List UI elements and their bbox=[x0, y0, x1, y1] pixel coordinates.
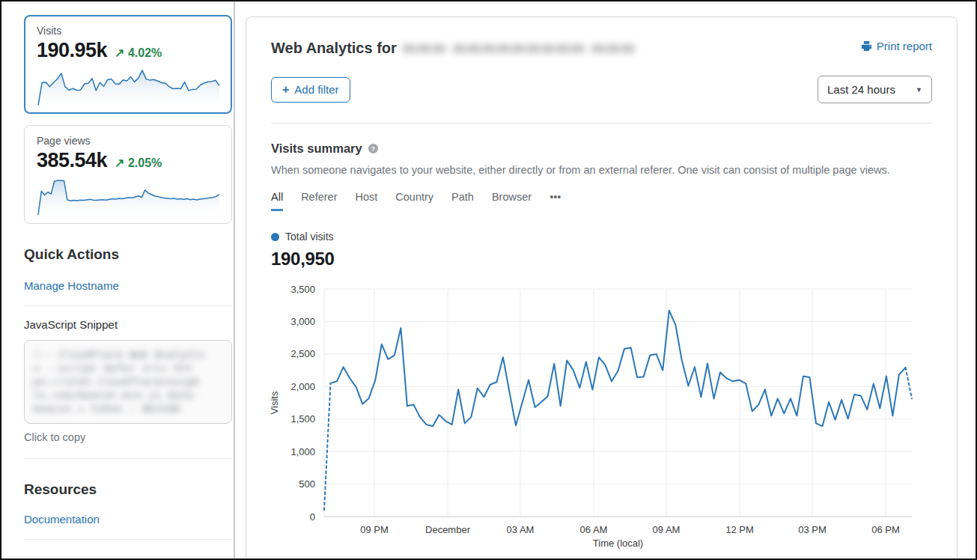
resources-heading: Resources bbox=[24, 481, 234, 498]
redacted-domain: mmm mmmmmmmmm mmm bbox=[403, 40, 636, 57]
tab-browser[interactable]: Browser bbox=[492, 191, 532, 211]
tab-more-options[interactable]: ••• bbox=[550, 191, 561, 211]
svg-text:0: 0 bbox=[310, 511, 315, 523]
metric-label: Page views bbox=[37, 135, 219, 147]
metric-label: Visits bbox=[37, 25, 219, 37]
tab-country[interactable]: Country bbox=[395, 191, 433, 211]
metric-card-page-views[interactable]: Page views 385.54k ↗ 2.05% bbox=[24, 125, 232, 224]
svg-text:06 PM: 06 PM bbox=[871, 524, 900, 535]
print-report-link[interactable]: Print report bbox=[861, 40, 932, 52]
quick-actions-heading: Quick Actions bbox=[24, 246, 234, 263]
trend-percent: 2.05% bbox=[128, 156, 162, 169]
page-title-text: Web Analytics for bbox=[271, 40, 397, 57]
sidebar: Visits 190.95k ↗ 4.02% Page views 385.54… bbox=[1, 1, 234, 559]
legend-label: Total visits bbox=[285, 231, 334, 243]
panel-header: Web Analytics for mmm mmmmmmmmm mmm Prin… bbox=[271, 17, 932, 124]
svg-text:1,000: 1,000 bbox=[290, 446, 315, 457]
trend-up-indicator: ↗ 2.05% bbox=[115, 156, 162, 170]
add-filter-label: Add filter bbox=[294, 83, 338, 96]
total-visits-value: 190,950 bbox=[271, 249, 932, 270]
svg-text:12 PM: 12 PM bbox=[725, 524, 754, 535]
trend-percent: 4.02% bbox=[128, 46, 162, 59]
plus-icon: + bbox=[282, 83, 289, 97]
svg-text:3,000: 3,000 bbox=[290, 316, 315, 327]
dimension-tabs: AllRefererHostCountryPathBrowser••• bbox=[271, 191, 932, 211]
snippet-blurred-line: ts.com/beacon.min.js data- bbox=[34, 389, 222, 402]
chart-legend: Total visits bbox=[271, 231, 932, 243]
snippet-blurred-line: !-- CloudFlare Web Analytic bbox=[34, 348, 222, 362]
visits-summary-section: Visits summary ? When someone navigates … bbox=[271, 124, 932, 553]
add-filter-button[interactable]: + Add filter bbox=[271, 77, 350, 103]
svg-text:09 PM: 09 PM bbox=[360, 524, 389, 535]
metric-value: 385.54k bbox=[37, 149, 107, 172]
page-title: Web Analytics for mmm mmmmmmmmm mmm bbox=[271, 40, 636, 57]
manage-hostname-link[interactable]: Manage Hostname bbox=[24, 279, 232, 306]
tab-host[interactable]: Host bbox=[355, 191, 377, 211]
legend-dot-icon bbox=[271, 233, 279, 241]
svg-text:Time (local): Time (local) bbox=[593, 538, 643, 549]
sidebar-divider bbox=[234, 1, 235, 559]
snippet-blurred-line: beacon = token : 8b15d6 bbox=[34, 402, 222, 416]
svg-text:2,500: 2,500 bbox=[290, 348, 315, 359]
snippet-blurred-line: s --script defer src= htt bbox=[34, 362, 222, 375]
svg-text:03 AM: 03 AM bbox=[507, 524, 535, 535]
visits-summary-description: When someone navigates to your website, … bbox=[271, 164, 932, 176]
visits-chart[interactable]: 05001,0001,5002,0002,5003,0003,50009 PMD… bbox=[266, 280, 932, 553]
svg-text:2,000: 2,000 bbox=[290, 381, 315, 392]
click-to-copy-hint: Click to copy bbox=[24, 431, 232, 459]
trend-up-arrow-icon: ↗ bbox=[115, 156, 124, 169]
help-icon[interactable]: ? bbox=[368, 144, 378, 153]
tab-path[interactable]: Path bbox=[451, 191, 474, 211]
metric-value: 190.95k bbox=[37, 39, 107, 62]
svg-text:09 AM: 09 AM bbox=[653, 524, 681, 535]
svg-text:December: December bbox=[425, 524, 471, 535]
metric-card-visits[interactable]: Visits 190.95k ↗ 4.02% bbox=[24, 15, 232, 114]
javascript-snippet-label: JavaScript Snippet bbox=[24, 318, 234, 331]
svg-text:1,500: 1,500 bbox=[290, 413, 315, 424]
time-range-value: Last 24 hours bbox=[827, 83, 895, 96]
svg-text:06 AM: 06 AM bbox=[580, 524, 608, 535]
trend-up-indicator: ↗ 4.02% bbox=[115, 46, 162, 60]
svg-text:3,500: 3,500 bbox=[290, 284, 315, 295]
tab-all[interactable]: All bbox=[271, 191, 283, 211]
chevron-down-icon: ▼ bbox=[916, 86, 922, 94]
visits-summary-title: Visits summary bbox=[271, 141, 362, 156]
analytics-panel: Web Analytics for mmm mmmmmmmmm mmm Prin… bbox=[246, 16, 958, 560]
svg-text:500: 500 bbox=[299, 478, 315, 490]
snippet-blurred-line: ps://stat.cloudflareinsigh bbox=[34, 375, 222, 389]
printer-icon bbox=[861, 40, 872, 52]
visits-sparkline bbox=[37, 65, 221, 109]
tab-referer[interactable]: Referer bbox=[301, 191, 337, 211]
trend-up-arrow-icon: ↗ bbox=[115, 46, 124, 59]
svg-text:03 PM: 03 PM bbox=[798, 524, 827, 535]
svg-text:Visits: Visits bbox=[269, 391, 280, 414]
documentation-link[interactable]: Documentation bbox=[24, 513, 232, 540]
print-report-label: Print report bbox=[877, 40, 932, 52]
page-views-sparkline bbox=[37, 175, 221, 219]
time-range-select[interactable]: Last 24 hours ▼ bbox=[818, 76, 932, 103]
javascript-snippet-box[interactable]: !-- CloudFlare Web Analytics --script de… bbox=[24, 340, 232, 424]
